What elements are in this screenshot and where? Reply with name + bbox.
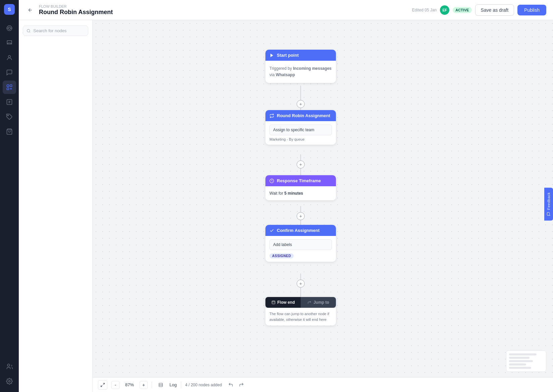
node-flow-end[interactable]: Flow end Jump to The flow can jump to an… — [265, 297, 336, 326]
node-rr-action: Assign to specific team — [269, 125, 332, 135]
node-confirm-assignment[interactable]: Confirm Assignment Add labels ASSIGNED — [265, 225, 336, 262]
sidebar-item-team[interactable] — [3, 360, 16, 373]
sidebar-item-inbox[interactable] — [3, 36, 16, 50]
feedback-label: Feedback — [547, 192, 551, 210]
svg-rect-28 — [159, 383, 163, 387]
divider-2 — [181, 382, 181, 388]
node-rt-header: Response Timeframe — [265, 175, 336, 186]
node-rt-title: Response Timeframe — [277, 178, 321, 183]
node-start-point[interactable]: Start point Triggered by Incoming messag… — [265, 50, 336, 83]
svg-point-11 — [7, 364, 10, 366]
zoom-in-button[interactable]: + — [140, 381, 148, 389]
search-icon — [27, 29, 31, 33]
mini-map-bar-5 — [509, 367, 531, 369]
mini-map-bar-2 — [509, 357, 530, 359]
sidebar-item-radio[interactable] — [3, 21, 16, 35]
svg-point-13 — [27, 29, 30, 32]
svg-point-1 — [8, 27, 11, 30]
sidebar-item-settings[interactable] — [3, 375, 16, 388]
node-rr-detail: Marketing - By queue — [269, 137, 332, 141]
svg-marker-22 — [270, 53, 273, 57]
log-label[interactable]: Log — [169, 382, 177, 387]
search-wrap[interactable] — [23, 26, 88, 36]
header: FLOW BUILDER Round Robin Assignment Edit… — [19, 0, 553, 20]
node-rr-body: Assign to specific team Marketing - By q… — [265, 121, 336, 145]
add-btn-4[interactable]: + — [297, 280, 305, 288]
status-badge: ACTIVE — [453, 7, 471, 13]
sidebar: S — [0, 0, 19, 392]
flow-end-body: The flow can jump to another node if ava… — [265, 308, 336, 326]
canvas-wrapper: Start point Triggered by Incoming messag… — [19, 20, 553, 392]
trigger-bold: Incoming messages — [293, 66, 332, 71]
mini-map — [506, 350, 546, 372]
mini-map-bar-1 — [509, 353, 537, 355]
save-draft-button[interactable]: Save as draft — [475, 4, 514, 16]
breadcrumb: FLOW BUILDER — [39, 4, 113, 8]
rt-text: Wait for — [269, 191, 283, 196]
svg-line-27 — [101, 385, 102, 387]
sidebar-item-contacts[interactable] — [3, 51, 16, 64]
svg-point-9 — [8, 115, 9, 116]
node-ca-title: Confirm Assignment — [277, 228, 319, 233]
node-rr-header: Round Robin Assignment — [265, 110, 336, 121]
publish-button[interactable]: Publish — [517, 5, 546, 15]
header-right: Edited 05 Jan EF ACTIVE Save as draft Pu… — [412, 4, 546, 16]
expand-button[interactable] — [98, 380, 107, 390]
rt-duration: 5 minutes — [284, 191, 303, 196]
sidebar-item-reports[interactable] — [3, 95, 16, 109]
flow-canvas[interactable]: Start point Triggered by Incoming messag… — [93, 20, 553, 392]
flow-end-text: The flow can jump to another node if ava… — [269, 311, 332, 322]
sidebar-bottom — [3, 360, 16, 388]
trigger-channel: Whatsapp — [276, 72, 295, 77]
svg-line-26 — [103, 383, 104, 384]
node-start-body: Triggered by Incoming messages via Whats… — [265, 61, 336, 83]
mini-map-bar-4 — [509, 363, 526, 365]
node-ca-body: Add labels ASSIGNED — [265, 236, 336, 262]
sidebar-item-flows[interactable] — [3, 81, 16, 94]
back-button[interactable] — [26, 5, 35, 15]
zoom-out-button[interactable]: - — [111, 381, 119, 389]
log-icon[interactable] — [156, 380, 165, 390]
sidebar-item-labels[interactable] — [3, 110, 16, 124]
left-panel — [19, 20, 93, 392]
node-start-title: Start point — [277, 53, 299, 58]
flow-end-tabs: Flow end Jump to — [265, 297, 336, 308]
svg-rect-7 — [7, 88, 9, 90]
flow-end-label: Flow end — [278, 300, 295, 305]
search-input[interactable] — [33, 28, 85, 33]
svg-rect-24 — [272, 301, 275, 304]
add-btn-2[interactable]: + — [297, 160, 305, 168]
add-btn-1[interactable]: + — [297, 100, 305, 108]
svg-point-4 — [8, 55, 11, 58]
node-ca-header: Confirm Assignment — [265, 225, 336, 236]
node-count: 4 / 200 nodes added — [185, 383, 222, 387]
trigger-text: Triggered by — [269, 66, 292, 71]
app-logo[interactable]: S — [4, 4, 15, 15]
edited-label: Edited 05 Jan — [412, 8, 437, 12]
redo-button[interactable] — [237, 380, 246, 390]
svg-rect-5 — [7, 85, 9, 87]
flow-end-tab[interactable]: Flow end — [265, 297, 301, 308]
bottom-bar: - 87% + Log 4 / 200 nodes added — [93, 377, 553, 392]
undo-button[interactable] — [226, 380, 235, 390]
node-ca-action: Add labels — [269, 239, 332, 250]
sidebar-item-shop[interactable] — [3, 125, 16, 138]
mini-map-bar-3 — [509, 360, 533, 362]
page-title: Round Robin Assignment — [39, 9, 113, 16]
add-btn-3[interactable]: + — [297, 212, 305, 220]
zoom-level: 87% — [123, 382, 136, 387]
assigned-tag: ASSIGNED — [269, 253, 294, 258]
node-round-robin[interactable]: Round Robin Assignment Assign to specifi… — [265, 110, 336, 145]
svg-point-12 — [9, 381, 10, 382]
node-rr-title: Round Robin Assignment — [277, 113, 330, 118]
trigger-via: via — [269, 72, 274, 77]
node-response-timeframe[interactable]: Response Timeframe Wait for 5 minutes — [265, 175, 336, 200]
jump-to-tab[interactable]: Jump to — [301, 297, 336, 308]
undo-redo — [226, 380, 246, 390]
main-content: FLOW BUILDER Round Robin Assignment Edit… — [19, 0, 553, 392]
sidebar-item-chat[interactable] — [3, 66, 16, 79]
node-rt-body: Wait for 5 minutes — [265, 186, 336, 200]
feedback-button[interactable]: Feedback — [544, 188, 553, 220]
divider-1 — [152, 382, 152, 388]
avatar: EF — [440, 5, 449, 15]
